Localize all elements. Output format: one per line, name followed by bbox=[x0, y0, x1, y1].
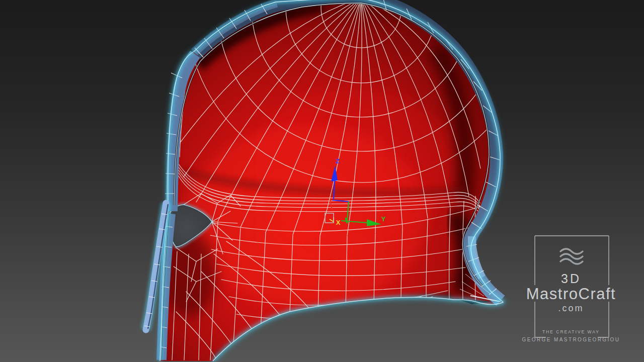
watermark-brand-domain: .com bbox=[517, 303, 625, 314]
watermark-tagline: THE CREATIVE WAY bbox=[517, 329, 625, 334]
watermark-brand-main: MastroCraft bbox=[517, 285, 625, 303]
watermark: 3D MastroCraft .com THE CREATIVE WAY GEO… bbox=[517, 233, 625, 347]
gizmo-axis-x-label: X bbox=[336, 219, 341, 226]
viewport[interactable]: Z X Y 3D MastroCraft .com THE CREATIVE W… bbox=[0, 0, 644, 362]
gizmo-axis-z-label: Z bbox=[336, 157, 340, 165]
watermark-brand-top: 3D bbox=[517, 272, 625, 286]
watermark-author: GEORGE MASTROGEORGIOU bbox=[517, 337, 625, 342]
wave-icon bbox=[560, 249, 583, 264]
gizmo-axis-y-label: Y bbox=[381, 215, 386, 223]
helmet-mesh[interactable] bbox=[144, 0, 536, 361]
